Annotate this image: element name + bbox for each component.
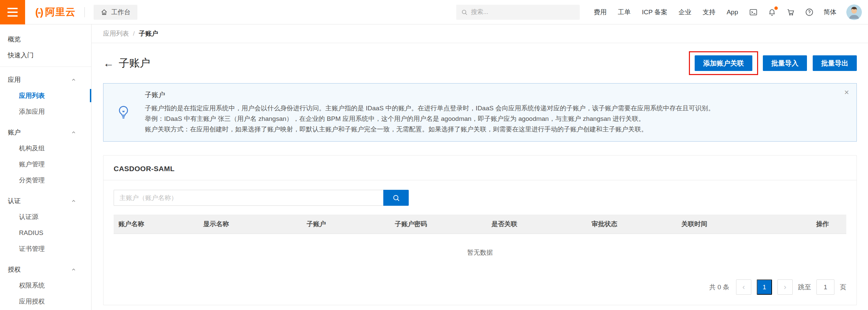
workbench-button[interactable]: 工作台 — [94, 5, 137, 20]
batch-import-button[interactable]: 批量导入 — [763, 55, 807, 71]
nav-item-icp[interactable]: ICP 备案 — [642, 8, 668, 17]
table-header-row: 账户名称 显示名称 子账户 子账户密码 是否关联 审批状态 关联时间 操作 — [114, 215, 846, 234]
col-display-name: 显示名称 — [198, 220, 302, 229]
breadcrumb-separator: / — [133, 30, 135, 37]
sidebar-group-account-header[interactable]: 账户 — [0, 124, 91, 140]
page-title: 子账户 — [119, 56, 150, 70]
global-search-input[interactable] — [471, 8, 575, 16]
card-header: CASDOOR-SAML — [103, 156, 856, 180]
card-title: CASDOOR-SAML — [114, 165, 175, 172]
sidebar-item-auth-source[interactable]: 认证源 — [0, 209, 91, 225]
nav-item-support[interactable]: 支持 — [702, 8, 715, 17]
info-banner: 子账户 子账户指的是在指定应用系统中，用户会以什么身份进行访问。主账户指的是 I… — [103, 83, 857, 142]
sidebar-item-quickstart[interactable]: 快速入门 — [0, 47, 91, 63]
search-button[interactable] — [383, 190, 409, 206]
pagination: 共 0 条 ‹ 1 › 跳至 页 — [103, 274, 856, 305]
sidebar-group-authorization: 授权 权限系统 应用授权 — [0, 261, 91, 309]
sidebar-item-account-mgmt[interactable]: 账户管理 — [0, 156, 91, 172]
col-link-time: 关联时间 — [677, 220, 799, 229]
alibaba-cloud-logo[interactable]: (-) 阿里云 — [35, 5, 76, 19]
sidebar: 概览 快速入门 应用 应用列表 添加应用 账户 机构及组 账户管理 分类管理 — [0, 24, 92, 310]
cart-icon[interactable] — [786, 8, 795, 17]
terminal-icon[interactable] — [749, 8, 758, 17]
sidebar-item-app-authorization[interactable]: 应用授权 — [0, 293, 91, 309]
sidebar-item-add-app[interactable]: 添加应用 — [0, 104, 91, 120]
hamburger-menu-button[interactable] — [0, 0, 25, 24]
col-linked: 是否关联 — [487, 220, 587, 229]
jump-to-label: 跳至 — [798, 283, 811, 292]
chevron-up-icon — [71, 77, 76, 83]
page-body: ← 子账户 添加账户关联 批量导入 批量导出 — [92, 43, 868, 310]
sidebar-item-permission-system[interactable]: 权限系统 — [0, 277, 91, 293]
sidebar-item-category-mgmt[interactable]: 分类管理 — [0, 172, 91, 188]
main-area: 概览 快速入门 应用 应用列表 添加应用 账户 机构及组 账户管理 分类管理 — [0, 24, 868, 310]
breadcrumb-current: 子账户 — [139, 29, 158, 38]
sidebar-group-authentication-header[interactable]: 认证 — [0, 193, 91, 209]
search-icon — [461, 9, 468, 16]
alibaba-cloud-logo-text: 阿里云 — [45, 5, 76, 19]
prev-page-button[interactable]: ‹ — [736, 279, 751, 295]
sidebar-item-app-list[interactable]: 应用列表 — [0, 88, 91, 104]
sidebar-item-radius[interactable]: RADIUS — [0, 225, 91, 241]
current-page-button[interactable]: 1 — [757, 279, 772, 295]
close-icon[interactable]: × — [844, 88, 849, 96]
jump-to-page-input[interactable] — [816, 279, 834, 295]
chevron-up-icon — [71, 130, 76, 135]
col-subaccount-password: 子账户密码 — [390, 220, 487, 229]
language-switch[interactable]: 简体 — [824, 8, 836, 17]
sidebar-group-authentication: 认证 认证源 RADIUS 证书管理 — [0, 193, 91, 257]
global-search — [456, 5, 580, 20]
nav-item-fees[interactable]: 费用 — [594, 8, 607, 17]
back-arrow-icon[interactable]: ← — [103, 58, 114, 69]
subaccount-card: CASDOOR-SAML 账户名称 显示名称 子账户 子账户密 — [103, 155, 857, 305]
breadcrumb: 应用列表 / 子账户 — [92, 24, 868, 43]
sidebar-group-account: 账户 机构及组 账户管理 分类管理 — [0, 124, 91, 188]
sidebar-group-application-header[interactable]: 应用 — [0, 72, 91, 88]
topbar-nav: 费用 工单 ICP 备案 企业 支持 App — [594, 8, 738, 17]
nav-item-enterprise[interactable]: 企业 — [678, 8, 691, 17]
batch-export-button[interactable]: 批量导出 — [813, 55, 857, 71]
card-search-bar — [103, 180, 856, 206]
col-approval-status: 审批状态 — [587, 220, 677, 229]
breadcrumb-app-list[interactable]: 应用列表 — [103, 29, 129, 38]
page-actions: 添加账户关联 批量导入 批量导出 — [689, 51, 857, 75]
next-page-button[interactable]: › — [777, 279, 793, 295]
sidebar-group-application: 应用 应用列表 添加应用 — [0, 72, 91, 120]
content-area: 应用列表 / 子账户 ← 子账户 添加账户关联 批量导入 批量导出 — [92, 24, 868, 310]
subaccount-table: 账户名称 显示名称 子账户 子账户密码 是否关联 审批状态 关联时间 操作 暂无… — [114, 215, 846, 274]
help-icon[interactable] — [805, 8, 814, 17]
lightbulb-icon — [116, 105, 131, 120]
home-icon — [100, 8, 108, 16]
nav-item-app[interactable]: App — [727, 8, 738, 16]
info-banner-content: 子账户 子账户指的是在指定应用系统中，用户会以什么身份进行访问。主账户指的是 I… — [145, 90, 714, 134]
topbar: (-) 阿里云 工作台 费用 工单 ICP 备案 企业 支持 App — [0, 0, 868, 24]
table-empty-state: 暂无数据 — [114, 234, 846, 274]
info-banner-title: 子账户 — [145, 90, 714, 99]
nav-item-tickets[interactable]: 工单 — [618, 8, 631, 17]
info-banner-line-2: 举例：IDaaS 中有主账户 张三（用户名 zhangsan），在企业的 BPM… — [145, 113, 714, 124]
sidebar-item-cert-mgmt[interactable]: 证书管理 — [0, 241, 91, 257]
sidebar-divider — [0, 67, 91, 67]
page-title-group: ← 子账户 — [103, 56, 150, 70]
hamburger-icon — [7, 8, 18, 9]
col-account-name: 账户名称 — [114, 220, 198, 229]
primary-account-search-input[interactable] — [114, 190, 383, 206]
topbar-divider — [84, 7, 85, 17]
col-subaccount: 子账户 — [302, 220, 390, 229]
info-banner-line-3: 账户关联方式：在应用创建时，如果选择了账户映射，即默认主账户和子账户完全一致，无… — [145, 124, 714, 134]
notification-badge-dot — [774, 6, 778, 10]
sidebar-group-authorization-header[interactable]: 授权 — [0, 261, 91, 277]
chevron-up-icon — [71, 267, 76, 272]
pagination-total: 共 0 条 — [709, 283, 729, 292]
user-avatar[interactable] — [846, 4, 862, 20]
sidebar-item-overview[interactable]: 概览 — [0, 31, 91, 47]
add-account-link-button[interactable]: 添加账户关联 — [695, 55, 752, 71]
chevron-up-icon — [71, 198, 76, 204]
page-unit-label: 页 — [840, 283, 846, 292]
sidebar-item-org-groups[interactable]: 机构及组 — [0, 140, 91, 156]
page-title-row: ← 子账户 添加账户关联 批量导入 批量导出 — [103, 51, 857, 75]
alibaba-cloud-logo-icon: (-) — [35, 6, 42, 18]
notification-bell-icon[interactable] — [768, 8, 776, 17]
search-icon — [392, 194, 400, 202]
annotation-highlight-box: 添加账户关联 — [689, 51, 758, 75]
